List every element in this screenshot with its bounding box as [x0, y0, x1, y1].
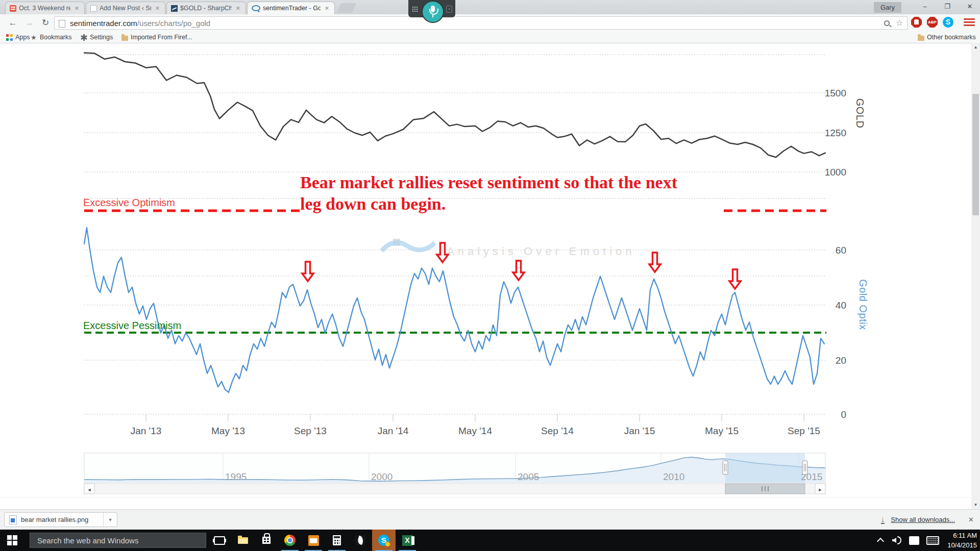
y-tick-label: 1500 — [825, 88, 846, 98]
dragon-icon — [355, 535, 365, 545]
image-file-icon — [9, 515, 17, 524]
x-tick-label: May '14 — [458, 425, 492, 436]
chrome-icon — [284, 535, 296, 546]
x-tick-label: May '13 — [211, 425, 245, 436]
y-tick-label: 60 — [836, 245, 846, 256]
x-tick-label: Sep '13 — [294, 425, 327, 436]
tray-chevron-button[interactable] — [874, 530, 887, 551]
x-tick-label: Sep '14 — [541, 425, 574, 436]
page-icon — [59, 20, 65, 28]
chrome-button[interactable] — [278, 530, 302, 551]
download-item[interactable]: bear market rallies.png ▾ — [4, 512, 117, 527]
dragon-button[interactable] — [349, 530, 372, 551]
skype-extension-icon[interactable]: S — [943, 17, 954, 29]
download-tray-icon: ↓ — [881, 516, 885, 524]
zoom-search-icon[interactable] — [884, 20, 890, 26]
bookmark-star-icon — [31, 34, 37, 41]
forward-button[interactable]: → — [22, 16, 36, 30]
download-caret-icon[interactable]: ▾ — [103, 513, 117, 527]
bookmark-item-settings[interactable]: Settings — [81, 32, 113, 43]
taskbar-clock[interactable]: 6:11 AM 10/4/2015 — [947, 530, 977, 551]
microphone-icon[interactable] — [422, 1, 444, 23]
skype-icon: S — [378, 535, 389, 546]
dragon-expand-icon[interactable]: › — [446, 6, 452, 13]
scrollbar-thumb[interactable] — [972, 94, 979, 215]
abp-extension-icon[interactable]: ABP — [927, 17, 939, 29]
action-center-button[interactable] — [908, 530, 921, 551]
other-bookmarks-folder[interactable]: Other bookmarks — [918, 32, 976, 43]
chart-annotation: Bear market rallies reset sentiment so t… — [300, 172, 739, 215]
document-icon — [90, 5, 97, 12]
navigator: 19952000200520102015◄► — [84, 453, 825, 494]
navigator-selection[interactable] — [725, 453, 805, 483]
x-tick-label: Sep '15 — [788, 425, 820, 436]
scroll-up-icon[interactable]: ▲ — [971, 43, 980, 52]
back-button[interactable]: ← — [6, 16, 19, 30]
adblock-extension-icon[interactable] — [911, 17, 923, 29]
tab-title: sentimenTrader - Gold Op — [263, 5, 321, 12]
x-tick-label: Jan '13 — [131, 425, 162, 436]
red-down-arrow — [649, 253, 660, 272]
task-view-icon — [214, 536, 225, 545]
keyboard-button[interactable] — [925, 530, 940, 551]
optix-axis-title: Gold Optix — [857, 279, 869, 330]
navigator-year-label: 1995 — [225, 471, 247, 482]
settings-icon — [81, 34, 87, 41]
tab-2[interactable]: Add New Post ‹ Smart Mo ✕ — [86, 2, 165, 14]
bookmark-star-icon[interactable]: ☆ — [896, 18, 903, 28]
series — [84, 53, 825, 393]
taskbar-search-input[interactable]: Search the web and Windows — [30, 533, 206, 548]
x-tick-label: May '15 — [705, 425, 739, 436]
close-download-bar-icon[interactable]: ✕ — [968, 516, 974, 523]
file-explorer-icon — [238, 537, 248, 544]
browser-toolbar: ← → ↻ sentimentrader.com/users/charts/po… — [0, 14, 980, 32]
tab-title: Add New Post ‹ Smart Mo — [100, 5, 151, 12]
navigator-year-label: 2000 — [371, 471, 393, 482]
navigator-scrollbar-track[interactable] — [84, 484, 825, 494]
chevron-up-icon — [877, 538, 884, 545]
scroll-down-icon[interactable]: ▼ — [971, 500, 980, 509]
red-down-arrow — [302, 262, 313, 281]
navigator-year-label: 2010 — [663, 471, 684, 482]
file-explorer-button[interactable] — [231, 530, 255, 551]
taskbar: Search the web and Windows S X 6:11 AM 1… — [0, 530, 980, 551]
excel-button[interactable]: X — [396, 530, 419, 551]
volume-button[interactable] — [890, 530, 903, 551]
scroll-right-icon[interactable]: ► — [818, 487, 823, 492]
y-axis: 1500125010006040200 — [825, 88, 846, 420]
red-down-arrow — [513, 261, 524, 280]
message-icon — [909, 536, 919, 545]
windows-store-button[interactable] — [255, 530, 278, 551]
close-tab-icon[interactable]: ✕ — [324, 5, 330, 12]
close-tab-icon[interactable]: ✕ — [154, 5, 161, 12]
navigator-year-label: 2005 — [518, 471, 539, 482]
apps-grid-icon — [6, 34, 13, 41]
start-button[interactable] — [7, 535, 17, 545]
speaker-icon — [892, 538, 896, 543]
bookmark-item-imported-from-firef-[interactable]: Imported From Firef... — [121, 32, 192, 43]
show-all-downloads-link[interactable]: Show all downloads... — [891, 516, 955, 523]
task-view-button[interactable] — [208, 530, 231, 551]
download-bar: bear market rallies.png ▾ ↓ Show all dow… — [0, 509, 980, 530]
url-text[interactable]: sentimentrader.com/users/charts/po_gold — [70, 19, 210, 28]
outlook-mail-icon — [308, 535, 319, 546]
bookmark-item-apps[interactable]: Apps — [6, 32, 30, 43]
gold-price-line — [84, 53, 825, 158]
bookmarks-bar: AppsBookmarksSettingsImported From Firef… — [0, 32, 980, 43]
y-tick-label: 20 — [836, 355, 846, 366]
chrome-menu-icon[interactable] — [964, 18, 975, 28]
calculator-button[interactable] — [325, 530, 349, 551]
address-bar[interactable]: sentimentrader.com/users/charts/po_gold … — [54, 16, 908, 30]
page-scrollbar[interactable]: ▲ ▼ — [971, 43, 980, 509]
navigator-handle[interactable] — [723, 461, 728, 474]
bookmark-item-bookmarks[interactable]: Bookmarks — [31, 32, 72, 43]
keyboard-icon — [926, 536, 939, 545]
outlook-button[interactable] — [302, 530, 325, 551]
skype-button[interactable]: S — [372, 530, 396, 551]
download-file-name: bear market rallies.png — [21, 516, 103, 523]
folder-icon — [918, 36, 924, 41]
navigator-handle[interactable] — [802, 461, 807, 474]
tab-4[interactable]: sentimenTrader - Gold Op ✕ — [247, 2, 335, 14]
refresh-button[interactable]: ↻ — [39, 16, 52, 30]
scroll-left-icon[interactable]: ◄ — [87, 487, 92, 492]
